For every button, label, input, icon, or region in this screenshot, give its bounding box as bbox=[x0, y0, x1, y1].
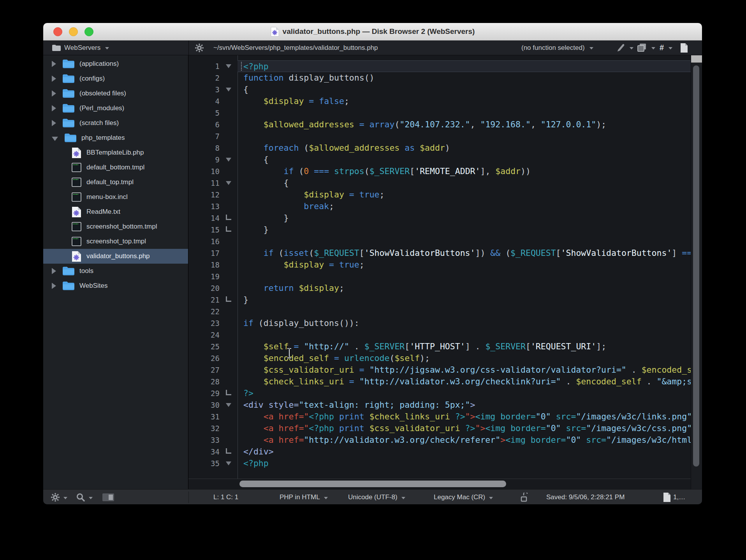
code-line[interactable]: 4 $display = false; bbox=[188, 95, 691, 107]
sidebar-toggle[interactable] bbox=[102, 490, 114, 504]
disclosure-triangle-right-icon[interactable] bbox=[52, 90, 56, 97]
code-text[interactable] bbox=[238, 130, 691, 142]
code-line[interactable]: 10 if (0 === strpos($_SERVER['REMOTE_ADD… bbox=[188, 166, 691, 177]
sidebar-item[interactable]: WebSites bbox=[43, 278, 188, 293]
code-line[interactable]: 30<div style="text-align: right; padding… bbox=[188, 399, 691, 411]
code-line[interactable]: 1<?php bbox=[188, 60, 691, 72]
disclosure-triangle-right-icon[interactable] bbox=[52, 61, 56, 67]
code-text[interactable] bbox=[238, 107, 691, 119]
code-line[interactable]: 17 if (isset($_REQUEST['ShowValidatorBut… bbox=[188, 247, 691, 259]
fold-triangle-icon[interactable] bbox=[226, 181, 231, 185]
documents-menu[interactable] bbox=[637, 41, 655, 55]
code-line[interactable]: 5 bbox=[188, 107, 691, 119]
code-text[interactable]: $display = true; bbox=[238, 189, 691, 201]
vertical-scrollbar-thumb[interactable] bbox=[693, 65, 699, 467]
code-line[interactable]: 24 bbox=[188, 329, 691, 341]
code-line[interactable]: 35<?php bbox=[188, 458, 691, 469]
vertical-scrollbar[interactable] bbox=[691, 55, 702, 489]
encoding-selector[interactable]: Unicode (UTF-8) bbox=[348, 490, 405, 504]
code-text[interactable]: return $display; bbox=[238, 282, 691, 294]
sidebar-item[interactable]: default_bottom.tmpl bbox=[43, 160, 188, 175]
code-editor[interactable]: 1<?php2function display_buttons()3{4 $di… bbox=[188, 55, 702, 489]
code-line[interactable]: 25 $self = "http://" . $_SERVER['HTTP_HO… bbox=[188, 341, 691, 352]
code-text[interactable]: $self = "http://" . $_SERVER['HTTP_HOST'… bbox=[238, 341, 691, 352]
code-line[interactable]: 18 $display = true; bbox=[188, 259, 691, 271]
disclosure-triangle-right-icon[interactable] bbox=[52, 120, 56, 126]
code-line[interactable]: 27 $css_validator_uri = "http://jigsaw.w… bbox=[188, 364, 691, 376]
code-line[interactable]: 7 bbox=[188, 130, 691, 142]
code-line[interactable]: 19 bbox=[188, 271, 691, 282]
code-text[interactable] bbox=[238, 306, 691, 317]
code-line[interactable]: 16 bbox=[188, 236, 691, 247]
disclosure-triangle-right-icon[interactable] bbox=[52, 268, 56, 274]
sidebar-item[interactable]: (configs) bbox=[43, 71, 188, 86]
code-text[interactable]: $display = true; bbox=[238, 259, 691, 271]
sidebar-item[interactable]: default_top.tmpl bbox=[43, 175, 188, 190]
horizontal-scrollbar[interactable] bbox=[188, 479, 691, 489]
code-text[interactable]: <div style="text-align: right; padding: … bbox=[238, 399, 691, 411]
code-line[interactable]: 2function display_buttons() bbox=[188, 72, 691, 84]
code-line[interactable]: 11 { bbox=[188, 177, 691, 189]
code-text[interactable]: if (isset($_REQUEST['ShowValidatorButton… bbox=[238, 247, 691, 259]
sidebar-item[interactable]: php_templates bbox=[43, 130, 188, 145]
sidebar-item[interactable]: (Perl_modules) bbox=[43, 101, 188, 116]
disclosure-triangle-down-icon[interactable] bbox=[52, 137, 58, 141]
fold-triangle-icon[interactable] bbox=[226, 158, 231, 162]
code-line[interactable]: 13 break; bbox=[188, 201, 691, 212]
code-text[interactable]: function display_buttons() bbox=[238, 72, 691, 84]
code-text[interactable]: $check_links_uri = "http://validator.w3.… bbox=[238, 376, 691, 387]
sidebar-item[interactable]: validator_buttons.php bbox=[43, 249, 188, 264]
code-line[interactable]: 31 <a href="<?php print $check_links_uri… bbox=[188, 411, 691, 423]
code-line[interactable]: 33 <a href="http://validator.w3.org/chec… bbox=[188, 434, 691, 446]
code-line[interactable]: 9 { bbox=[188, 154, 691, 166]
zoom-button[interactable] bbox=[84, 27, 93, 36]
minimize-button[interactable] bbox=[69, 27, 78, 36]
fold-triangle-icon[interactable] bbox=[226, 88, 231, 92]
sidebar-item[interactable]: screenshot_top.tmpl bbox=[43, 234, 188, 249]
code-text[interactable]: $encoded_self = urlencode($self); bbox=[238, 352, 691, 364]
code-line[interactable]: 32 <a href="<?php print $css_validator_u… bbox=[188, 423, 691, 434]
code-line[interactable]: 29?> bbox=[188, 387, 691, 399]
fold-triangle-icon[interactable] bbox=[226, 403, 231, 407]
sidebar-item[interactable]: menu-box.incl bbox=[43, 190, 188, 204]
code-line[interactable]: 15 } bbox=[188, 224, 691, 236]
code-text[interactable]: { bbox=[238, 154, 691, 166]
lock-toggle[interactable] bbox=[520, 490, 528, 504]
code-line[interactable]: 23if (display_buttons()): bbox=[188, 317, 691, 329]
code-line[interactable]: 12 $display = true; bbox=[188, 189, 691, 201]
sidebar-item[interactable]: (scratch files) bbox=[43, 116, 188, 130]
fold-triangle-icon[interactable] bbox=[226, 64, 231, 68]
disclosure-triangle-right-icon[interactable] bbox=[52, 283, 56, 289]
status-search-menu[interactable] bbox=[76, 490, 93, 504]
code-text[interactable]: <a href="http://validator.w3.org/check/r… bbox=[238, 434, 691, 446]
code-text[interactable]: </div> bbox=[238, 446, 691, 458]
sidebar-item[interactable]: screenshot_bottom.tmpl bbox=[43, 219, 188, 234]
code-text[interactable]: { bbox=[238, 84, 691, 95]
code-line[interactable]: 28 $check_links_uri = "http://validator.… bbox=[188, 376, 691, 387]
code-line[interactable]: 3{ bbox=[188, 84, 691, 95]
status-gear-menu[interactable] bbox=[51, 490, 67, 504]
scrollbar-split-control[interactable] bbox=[691, 55, 702, 63]
file-gear-menu[interactable] bbox=[195, 41, 204, 55]
code-text[interactable]: } bbox=[238, 294, 691, 306]
code-line[interactable]: 20 return $display; bbox=[188, 282, 691, 294]
code-text[interactable]: } bbox=[238, 212, 691, 224]
code-line[interactable]: 8 foreach ($allowed_addresses as $addr) bbox=[188, 142, 691, 154]
code-text[interactable]: if (0 === strpos($_SERVER['REMOTE_ADDR']… bbox=[238, 166, 691, 177]
code-text[interactable]: foreach ($allowed_addresses as $addr) bbox=[238, 142, 691, 154]
code-text[interactable]: break; bbox=[238, 201, 691, 212]
function-selector[interactable]: (no function selected) bbox=[521, 41, 593, 55]
close-button[interactable] bbox=[53, 27, 62, 36]
sidebar-item[interactable]: ReadMe.txt bbox=[43, 204, 188, 219]
code-text[interactable]: } bbox=[238, 224, 691, 236]
code-line[interactable]: 21} bbox=[188, 294, 691, 306]
code-text[interactable]: <a href="<?php print $css_validator_uri … bbox=[238, 423, 691, 434]
code-line[interactable]: 26 $encoded_self = urlencode($self); bbox=[188, 352, 691, 364]
sidebar-item[interactable]: BBTemplateLib.php bbox=[43, 145, 188, 160]
code-text[interactable]: <?php bbox=[238, 458, 691, 469]
sidebar-item[interactable]: (obsoleted files) bbox=[43, 86, 188, 101]
markers-menu[interactable] bbox=[615, 41, 633, 55]
code-text[interactable] bbox=[238, 236, 691, 247]
code-text[interactable] bbox=[238, 271, 691, 282]
code-text[interactable]: $allowed_addresses = array("204.107.232.… bbox=[238, 119, 691, 130]
